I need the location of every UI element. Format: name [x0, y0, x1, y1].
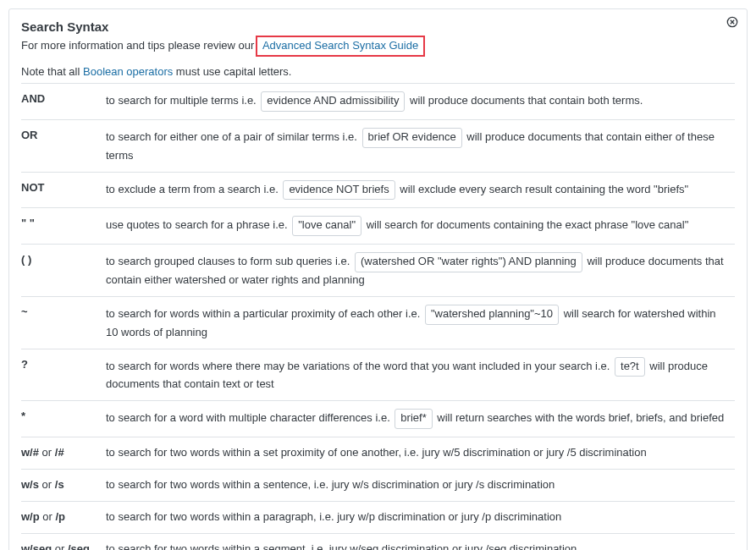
guide-link-highlight: Advanced Search Syntax Guide [256, 36, 425, 57]
table-row: * to search for a word with multiple cha… [21, 401, 735, 437]
note-prefix: Note that all [21, 65, 83, 78]
table-row: w/# or /# to search for two words within… [21, 437, 735, 470]
table-row: OR to search for either one of a pair of… [21, 119, 735, 172]
example-code: te?t [615, 357, 645, 377]
operator: ? [21, 349, 106, 401]
example-code: brief* [395, 409, 432, 429]
description: to search for multiple terms i.e. eviden… [106, 84, 735, 120]
close-icon[interactable] [726, 16, 738, 28]
description: to search for words within a particular … [106, 296, 735, 349]
boolean-operators-link[interactable]: Boolean operators [83, 65, 173, 78]
table-row: w/s or /s to search for two words within… [21, 469, 735, 501]
description: to search for a word with multiple chara… [106, 401, 735, 437]
table-row: w/p or /p to search for two words within… [21, 501, 735, 533]
description: to search for words where there may be v… [106, 349, 735, 401]
table-row: ~ to search for words within a particula… [21, 296, 735, 349]
operator: ( ) [21, 245, 106, 297]
operator: ~ [21, 296, 106, 349]
operator: * [21, 401, 106, 437]
example-code: evidence NOT briefs [283, 180, 395, 201]
description: to search grouped clauses to form sub qu… [106, 245, 735, 297]
operator: " " [21, 208, 106, 245]
description: to search for two words within a paragra… [106, 501, 735, 533]
search-syntax-panel: Search Syntax For more information and t… [8, 8, 748, 550]
intro-line: For more information and tips please rev… [21, 36, 735, 57]
table-row: AND to search for multiple terms i.e. ev… [21, 84, 735, 120]
description: to search for either one of a pair of si… [106, 119, 735, 172]
operator: w/s or /s [21, 469, 106, 501]
table-row: ? to search for words where there may be… [21, 349, 735, 401]
operator: OR [21, 119, 106, 172]
description: to search for two words within a segment… [106, 533, 735, 550]
table-row: NOT to exclude a term from a search i.e.… [21, 172, 735, 208]
operator: NOT [21, 172, 106, 208]
advanced-guide-link[interactable]: Advanced Search Syntax Guide [262, 39, 418, 52]
intro-text: For more information and tips please rev… [21, 39, 254, 52]
description: to search for two words within a set pro… [106, 437, 735, 470]
description: use quotes to search for a phrase i.e. "… [106, 208, 735, 245]
syntax-table: AND to search for multiple terms i.e. ev… [21, 83, 735, 550]
operator: AND [21, 84, 106, 120]
example-code: "watershed planning"~10 [425, 305, 559, 325]
table-row: ( ) to search grouped clauses to form su… [21, 245, 735, 297]
example-code: brief OR evidence [362, 128, 462, 148]
description: to exclude a term from a search i.e. evi… [106, 172, 735, 208]
page-title: Search Syntax [21, 19, 735, 34]
example-code: "love canal" [292, 216, 361, 236]
note-suffix: must use capital letters. [173, 65, 291, 78]
operator: w/# or /# [21, 437, 106, 470]
boolean-note: Note that all Boolean operators must use… [21, 65, 735, 81]
table-row: w/seg or /seg to search for two words wi… [21, 533, 735, 550]
operator: w/p or /p [21, 501, 106, 533]
example-code: evidence AND admissibility [261, 91, 405, 112]
operator: w/seg or /seg [21, 533, 106, 550]
description: to search for two words within a sentenc… [106, 469, 735, 501]
example-code: (watershed OR "water rights") AND planni… [355, 252, 582, 272]
table-row: " " use quotes to search for a phrase i.… [21, 208, 735, 245]
